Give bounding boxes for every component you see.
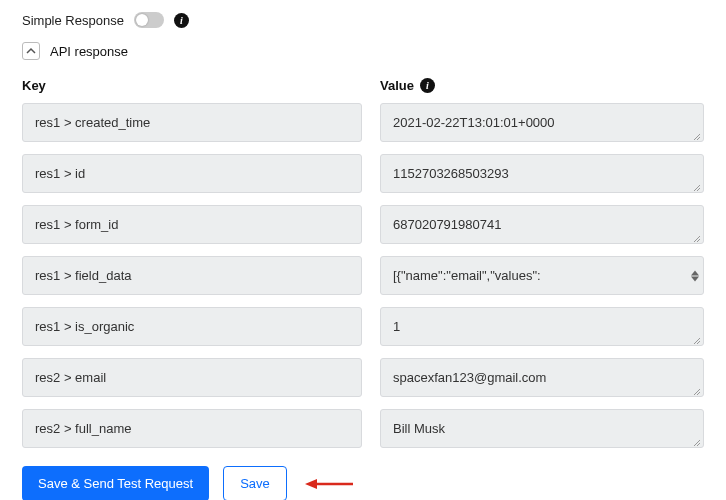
value-field[interactable]: Bill Musk [380,409,704,448]
value-text: [{"name":"email","values": [393,268,541,283]
key-field[interactable]: res1 > field_data [22,256,362,295]
key-text: res1 > is_organic [35,319,134,334]
value-field[interactable]: 1152703268503293 [380,154,704,193]
value-field[interactable]: 1 [380,307,704,346]
value-text: 1 [393,319,400,334]
key-text: res1 > id [35,166,85,181]
table-row: res1 > field_data[{"name":"email","value… [22,256,704,295]
simple-response-row: Simple Response i [22,12,704,28]
column-headers: Key Value i [22,78,704,93]
svg-marker-1 [305,479,317,489]
simple-response-toggle[interactable] [134,12,164,28]
simple-response-label: Simple Response [22,13,124,28]
table-row: res1 > id1152703268503293 [22,154,704,193]
header-key: Key [22,78,362,93]
info-icon[interactable]: i [420,78,435,93]
resize-grip-icon[interactable] [691,180,701,190]
resize-grip-icon[interactable] [691,231,701,241]
arrow-annotation [305,476,353,492]
save-send-button[interactable]: Save & Send Test Request [22,466,209,500]
table-row: res1 > is_organic1 [22,307,704,346]
value-field[interactable]: [{"name":"email","values": [380,256,704,295]
key-text: res2 > full_name [35,421,131,436]
key-text: res2 > email [35,370,106,385]
value-text: 687020791980741 [393,217,501,232]
section-header: API response [22,42,704,60]
resize-grip-icon[interactable] [691,435,701,445]
section-title: API response [50,44,128,59]
value-field[interactable]: 2021-02-22T13:01:01+0000 [380,103,704,142]
info-icon[interactable]: i [174,13,189,28]
button-row: Save & Send Test Request Save [22,466,704,500]
key-text: res1 > created_time [35,115,150,130]
table-row: res2 > emailspacexfan123@gmail.com [22,358,704,397]
resize-grip-icon[interactable] [691,129,701,139]
key-text: res1 > form_id [35,217,118,232]
value-field[interactable]: spacexfan123@gmail.com [380,358,704,397]
key-field[interactable]: res1 > form_id [22,205,362,244]
toggle-knob [136,14,148,26]
table-row: res1 > form_id687020791980741 [22,205,704,244]
table-row: res2 > full_nameBill Musk [22,409,704,448]
header-value: Value [380,78,414,93]
collapse-toggle[interactable] [22,42,40,60]
arrow-left-icon [305,476,353,492]
key-text: res1 > field_data [35,268,131,283]
value-text: spacexfan123@gmail.com [393,370,546,385]
resize-grip-icon[interactable] [691,384,701,394]
key-field[interactable]: res1 > is_organic [22,307,362,346]
resize-grip-icon[interactable] [691,333,701,343]
value-text: 1152703268503293 [393,166,509,181]
value-text: 2021-02-22T13:01:01+0000 [393,115,555,130]
key-field[interactable]: res2 > email [22,358,362,397]
value-text: Bill Musk [393,421,445,436]
table-row: res1 > created_time2021-02-22T13:01:01+0… [22,103,704,142]
chevron-up-icon [26,46,36,56]
key-field[interactable]: res1 > created_time [22,103,362,142]
kv-rows: res1 > created_time2021-02-22T13:01:01+0… [22,103,704,448]
value-field[interactable]: 687020791980741 [380,205,704,244]
stepper-icon[interactable] [691,270,699,281]
key-field[interactable]: res2 > full_name [22,409,362,448]
key-field[interactable]: res1 > id [22,154,362,193]
save-button[interactable]: Save [223,466,287,500]
